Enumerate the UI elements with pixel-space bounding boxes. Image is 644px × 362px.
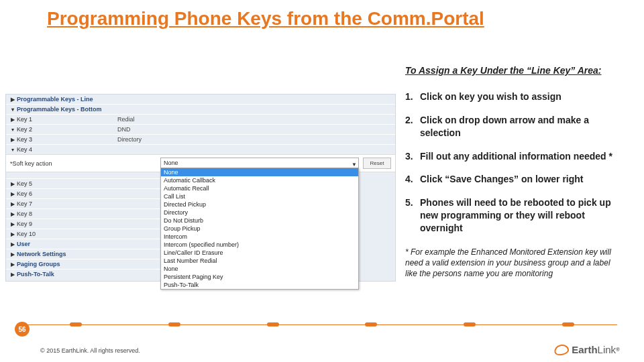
dropdown-option[interactable]: Line/Caller ID Erasure — [161, 249, 358, 257]
key-row[interactable]: ▶ Key 3 Directory — [6, 134, 395, 144]
instruction-step: 3.Fill out any additional information ne… — [405, 150, 617, 163]
key-row[interactable]: ▶Key 7 — [6, 198, 163, 208]
dropdown-option[interactable]: Call List — [161, 192, 358, 200]
key-row[interactable]: ▶Key 8 — [6, 208, 163, 219]
collapse-icon: ▾ — [10, 147, 15, 153]
expand-icon: ▶ — [10, 117, 15, 123]
softkey-row: *Soft key action None ▼ None Automatic C… — [6, 154, 395, 172]
divider-bead-icon — [267, 322, 279, 326]
section-label: User — [17, 241, 111, 247]
instruction-step: 4.Click “Save Changes” on lower right — [405, 173, 617, 186]
expand-icon: ▶ — [10, 211, 15, 217]
dropdown-option[interactable]: None — [161, 265, 358, 273]
section-row[interactable]: ▶Network Settings — [6, 249, 163, 259]
instructions-panel: To Assign a Key Under the “Line Key” Are… — [405, 64, 617, 280]
key-row[interactable]: ▾ Key 4 — [6, 144, 395, 154]
step-text: Click “Save Changes” on lower right — [420, 173, 617, 186]
softkey-label: *Soft key action — [10, 160, 160, 167]
page-number-badge: 56 — [15, 322, 30, 337]
key-label: Key 8 — [17, 210, 111, 217]
collapse-icon: ▾ — [10, 127, 15, 133]
divider-bead-icon — [562, 322, 574, 326]
collapse-icon: ▾ — [10, 107, 15, 113]
key-row[interactable]: ▶Key 10 — [6, 229, 163, 239]
section-label: Push-To-Talk — [17, 271, 111, 278]
key-value: Directory — [117, 136, 391, 143]
brand-word: Link — [598, 344, 616, 355]
dropdown-option[interactable]: Group Pickup — [161, 225, 358, 233]
instructions-heading: To Assign a Key Under the “Line Key” Are… — [405, 64, 617, 77]
softkey-dropdown: None Automatic Callback Automatic Recall… — [160, 168, 359, 290]
key-label: Key 1 — [17, 116, 117, 123]
divider-bead-icon — [168, 322, 180, 326]
slide-title: Programming Phone Keys from the Comm.Por… — [47, 8, 484, 29]
key-label: Key 4 — [17, 146, 117, 153]
expand-icon: ▶ — [10, 231, 15, 237]
dropdown-option[interactable]: Push-To-Talk — [161, 281, 358, 289]
step-text: Click on drop down arrow and make a sele… — [420, 114, 617, 139]
key-label: Key 3 — [17, 136, 117, 143]
dropdown-option[interactable]: Directed Pickup — [161, 200, 358, 208]
instruction-step: 1.Click on key you wish to assign — [405, 90, 617, 103]
dropdown-option[interactable]: Directory — [161, 208, 358, 217]
copyright-text: © 2015 EarthLink. All rights reserved. — [40, 347, 140, 354]
section-label: Paging Groups — [17, 261, 111, 267]
key-label: Key 10 — [17, 231, 111, 237]
section-label: Network Settings — [17, 251, 111, 257]
earthlink-icon — [554, 345, 569, 355]
expand-icon: ▶ — [10, 191, 15, 197]
brand-word: Earth — [572, 344, 597, 355]
divider-bead-icon — [70, 322, 82, 326]
expand-icon: ▶ — [10, 241, 15, 247]
key-label: Key 2 — [17, 126, 117, 133]
instruction-step: 2.Click on drop down arrow and make a se… — [405, 114, 617, 139]
step-text: Click on key you wish to assign — [420, 90, 617, 103]
key-row[interactable]: ▶Key 6 — [6, 188, 163, 198]
step-text: Fill out any additional information need… — [420, 150, 617, 163]
key-row[interactable]: ▶ Key 1 Redial — [6, 114, 395, 124]
dropdown-option[interactable]: Persistent Push To Talk — [161, 289, 358, 290]
key-value: Redial — [117, 116, 391, 123]
section-row[interactable]: ▶Push-To-Talk — [6, 269, 163, 279]
dropdown-option[interactable]: Intercom — [161, 233, 358, 241]
portal-screenshot: ▶ Programmable Keys - Line ▾ Programmabl… — [5, 94, 396, 282]
expand-icon: ▶ — [10, 261, 15, 267]
expand-icon: ▶ — [10, 251, 15, 257]
expand-icon: ▶ — [10, 272, 15, 278]
footer-divider — [0, 318, 644, 331]
group-bottom-label: Programmable Keys - Bottom — [17, 106, 102, 113]
key-row[interactable]: ▶Key 9 — [6, 219, 163, 229]
softkey-selected-value: None — [164, 160, 178, 166]
instructions-footnote: * For example the Enhanced Monitored Ext… — [405, 247, 617, 280]
key-row[interactable]: ▾ Key 2 DND — [6, 124, 395, 134]
step-text: Phones will need to be rebooted to pick … — [420, 196, 617, 235]
section-row[interactable]: ▶Paging Groups — [6, 259, 163, 269]
divider-bead-icon — [464, 322, 476, 326]
section-row[interactable]: ▶User — [6, 239, 163, 249]
key-label: Key 6 — [17, 190, 111, 197]
dropdown-option[interactable]: None — [161, 168, 358, 176]
expand-icon: ▶ — [10, 221, 15, 227]
expand-icon: ▶ — [10, 97, 15, 103]
divider-bead-icon — [365, 322, 377, 326]
instruction-step: 5.Phones will need to be rebooted to pic… — [405, 196, 617, 235]
key-label: Key 5 — [17, 180, 111, 187]
key-label: Key 7 — [17, 200, 111, 207]
dropdown-option[interactable]: Automatic Recall — [161, 184, 358, 192]
group-bottom[interactable]: ▾ Programmable Keys - Bottom — [6, 104, 395, 114]
trademark-icon: ® — [616, 347, 620, 353]
expand-icon: ▶ — [10, 201, 15, 207]
expand-icon: ▶ — [10, 137, 15, 143]
group-line[interactable]: ▶ Programmable Keys - Line — [6, 95, 395, 104]
dropdown-option[interactable]: Last Number Redial — [161, 257, 358, 265]
dropdown-option[interactable]: Intercom (specified number) — [161, 241, 358, 249]
group-line-label: Programmable Keys - Line — [17, 96, 93, 103]
dropdown-option[interactable]: Do Not Disturb — [161, 217, 358, 225]
dropdown-option[interactable]: Persistent Paging Key — [161, 273, 358, 281]
key-row[interactable]: ▶Key 5 — [6, 178, 163, 188]
dropdown-option[interactable]: Automatic Callback — [161, 176, 358, 184]
brand-logo: EarthLink® — [554, 344, 620, 355]
key-label: Key 9 — [17, 221, 111, 227]
key-value: DND — [117, 126, 391, 133]
reset-button[interactable]: Reset — [363, 158, 391, 169]
